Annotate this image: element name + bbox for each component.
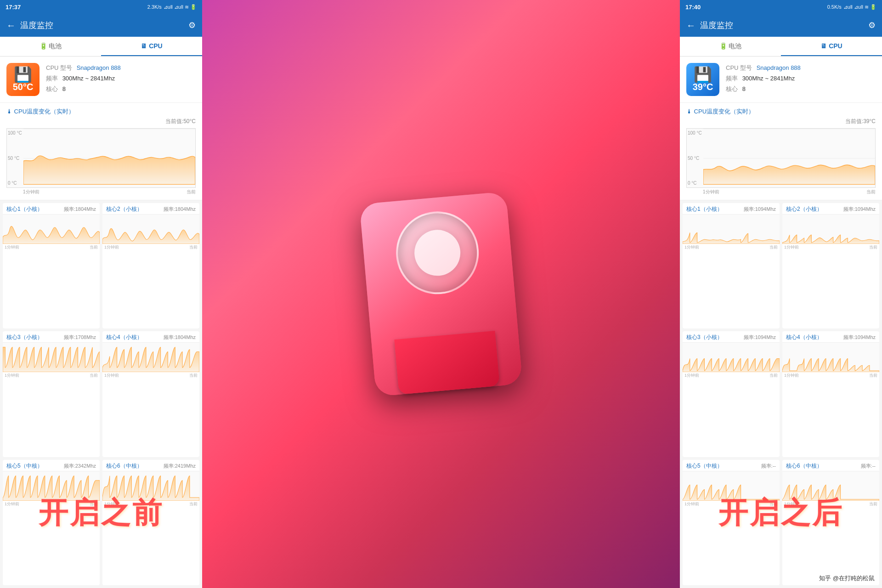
right-core-4-chart <box>782 342 879 372</box>
left-tab-cpu[interactable]: 🖥 CPU <box>101 37 202 56</box>
right-core-5-chart <box>683 471 780 501</box>
left-core-2-chart <box>102 214 199 244</box>
left-chart-section: 🌡 CPU温度变化（实时） 当前值:50°C 100 °C 50 °C 0 °C <box>0 103 202 200</box>
left-core-6-chart <box>102 471 199 501</box>
left-app-title: 温度监控 <box>20 20 53 31</box>
right-time: 17:40 <box>685 4 701 11</box>
center-photo <box>202 0 680 588</box>
left-header-title-group: ← 温度监控 <box>6 20 53 31</box>
left-cpu-cores-value: 8 <box>62 85 66 92</box>
left-cpu-model-value: Snapdragon 888 <box>77 64 121 71</box>
right-chart-svg <box>703 129 875 185</box>
right-cpu-model-label: CPU 型号 <box>726 64 752 71</box>
left-time: 17:37 <box>6 4 21 11</box>
left-tab-bar: 🔋 电池 🖥 CPU <box>0 37 202 57</box>
left-chart-svg <box>23 129 195 185</box>
left-core-1-header: 核心1（小核） 频率:1804Mhz <box>3 203 100 214</box>
right-core-2-chart <box>782 214 879 244</box>
left-core-1-chart <box>3 214 100 244</box>
right-cpu-icon: 💾 39°C <box>686 63 719 96</box>
left-core-2-header: 核心2（小核） 频率:1804Mhz <box>102 203 199 214</box>
left-core-5: 核心5（中核） 频率:2342Mhz 1分钟前 当前 <box>3 460 100 585</box>
right-cpu-freq-value: 300Mhz ~ 2841Mhz <box>742 75 795 82</box>
left-phone-panel: 17:37 2.3K/s ⊿ull ⊿ull ≋ 🔋 ← 温度监控 ⚙ 🔋 电池… <box>0 0 202 588</box>
left-cpu-info: 💾 50°C CPU 型号 Snapdragon 888 频率 300Mhz ~… <box>0 57 202 103</box>
left-core-6-header: 核心6（中核） 频率:2419Mhz <box>102 460 199 471</box>
right-cpu-freq-label: 频率 <box>726 75 738 82</box>
left-core-5-header: 核心5（中核） 频率:2342Mhz <box>3 460 100 471</box>
left-core-4-header: 核心4（小核） 频率:1804Mhz <box>102 331 199 342</box>
left-back-button[interactable]: ← <box>6 20 16 31</box>
right-back-button[interactable]: ← <box>686 20 695 31</box>
left-cpu-freq-row: 频率 300Mhz ~ 2841Mhz <box>46 74 196 83</box>
right-core-2: 核心2（小核） 频率:1094Mhz 1分钟前 当前 <box>782 203 879 328</box>
right-tab-battery[interactable]: 🔋 电池 <box>680 37 781 56</box>
left-core-4: 核心4（小核） 频率:1804Mhz 1分钟前 当前 <box>102 331 199 457</box>
right-app-title: 温度监控 <box>700 20 733 31</box>
right-app-header: ← 温度监控 ⚙ <box>680 14 882 37</box>
right-core-3: 核心3（小核） 频率:1094Mhz 1分钟前 当前 <box>683 331 780 457</box>
left-cpu-model-row: CPU 型号 Snapdragon 888 <box>46 64 196 72</box>
right-cpu-info: 💾 39°C CPU 型号 Snapdragon 888 频率 300Mhz ~… <box>680 57 882 103</box>
right-chart-current: 当前值:39°C <box>686 118 876 125</box>
right-chart-area: 100 °C 50 °C 0 °C <box>686 128 876 188</box>
right-chart-time-labels: 1分钟前 当前 <box>686 189 876 195</box>
left-core-3-chart <box>3 342 100 372</box>
left-core-5-chart <box>3 471 100 501</box>
right-status-icons: 0.5K/s ⊿ull ⊿ull ≋ 🔋 <box>827 4 876 10</box>
left-chart-title: 🌡 CPU温度变化（实时） <box>6 107 196 116</box>
left-gear-button[interactable]: ⚙ <box>188 20 196 30</box>
left-chart-time-labels: 1分钟前 当前 <box>6 189 196 195</box>
right-core-6: 核心6（中核） 频率:-- 1分钟前 当前 <box>782 460 879 585</box>
right-gear-button[interactable]: ⚙ <box>868 20 876 30</box>
left-status-icons: 2.3K/s ⊿ull ⊿ull ≋ 🔋 <box>147 4 197 10</box>
right-phone-panel: 17:40 0.5K/s ⊿ull ⊿ull ≋ 🔋 ← 温度监控 ⚙ 🔋 电池… <box>680 0 882 588</box>
right-core-1-chart <box>683 214 780 244</box>
right-cpu-cores-value: 8 <box>742 85 746 92</box>
right-cpu-details: CPU 型号 Snapdragon 888 频率 300Mhz ~ 2841Mh… <box>726 64 876 96</box>
right-cpu-cores-row: 核心 8 <box>726 85 876 93</box>
left-core-2: 核心2（小核） 频率:1804Mhz 1分钟前 当前 <box>102 203 199 328</box>
left-core-1: 核心1（小核） 频率:1804Mhz 1分钟前 当前 <box>3 203 100 328</box>
right-header-title-group: ← 温度监控 <box>686 20 733 31</box>
left-cores-grid: 核心1（小核） 频率:1804Mhz 1分钟前 当前 核心2（小核） 频率:18… <box>0 200 202 588</box>
left-core-3: 核心3（小核） 频率:1708Mhz 1分钟前 当前 <box>3 331 100 457</box>
left-cpu-details: CPU 型号 Snapdragon 888 频率 300Mhz ~ 2841Mh… <box>46 64 196 96</box>
left-chart-area: 100 °C 50 °C 0 °C <box>6 128 196 188</box>
right-chart-title: 🌡 CPU温度变化（实时） <box>686 107 876 116</box>
left-status-bar: 17:37 2.3K/s ⊿ull ⊿ull ≋ 🔋 <box>0 0 202 14</box>
left-cpu-cores-row: 核心 8 <box>46 85 196 93</box>
left-speed: 2.3K/s <box>147 4 162 10</box>
right-chart-section: 🌡 CPU温度变化（实时） 当前值:39°C 100 °C 50 °C 0 °C <box>680 103 882 200</box>
right-cpu-freq-row: 频率 300Mhz ~ 2841Mhz <box>726 74 876 83</box>
right-cpu-model-row: CPU 型号 Snapdragon 888 <box>726 64 876 72</box>
left-cpu-freq-label: 频率 <box>46 75 58 82</box>
watermark: 知乎 @在打盹的松鼠 <box>816 573 877 583</box>
right-chart-y-labels: 100 °C 50 °C 0 °C <box>687 129 703 187</box>
left-cpu-icon: 💾 50°C <box>6 63 40 96</box>
left-cpu-model-label: CPU 型号 <box>46 64 72 71</box>
right-speed: 0.5K/s <box>827 4 842 10</box>
right-core-5: 核心5（中核） 频率:-- 1分钟前 当前 <box>683 460 780 585</box>
left-core-3-header: 核心3（小核） 频率:1708Mhz <box>3 331 100 342</box>
left-core-6: 核心6（中核） 频率:2419Mhz 1分钟前 当前 <box>102 460 199 585</box>
right-core-6-chart <box>782 471 879 501</box>
left-chart-current: 当前值:50°C <box>6 118 196 125</box>
right-core-3-chart <box>683 342 780 372</box>
right-core-4: 核心4（小核） 频率:1094Mhz 1分钟前 当前 <box>782 331 879 457</box>
right-cpu-cores-label: 核心 <box>726 85 738 92</box>
left-cpu-temp: 50°C <box>13 82 34 92</box>
left-cpu-cores-label: 核心 <box>46 85 58 92</box>
left-chart-y-labels: 100 °C 50 °C 0 °C <box>7 129 23 187</box>
right-tab-bar: 🔋 电池 🖥 CPU <box>680 37 882 57</box>
right-cpu-model-value: Snapdragon 888 <box>757 64 801 71</box>
right-core-1: 核心1（小核） 频率:1094Mhz 1分钟前 当前 <box>683 203 780 328</box>
right-status-bar: 17:40 0.5K/s ⊿ull ⊿ull ≋ 🔋 <box>680 0 882 14</box>
left-core-4-chart <box>102 342 199 372</box>
right-tab-cpu[interactable]: 🖥 CPU <box>781 37 882 56</box>
left-cpu-freq-value: 300Mhz ~ 2841Mhz <box>62 75 115 82</box>
right-cores-grid: 核心1（小核） 频率:1094Mhz 1分钟前 当前 核心2（小核） 频率:10… <box>680 200 882 588</box>
left-tab-battery[interactable]: 🔋 电池 <box>0 37 101 56</box>
right-cpu-temp: 39°C <box>693 82 713 92</box>
left-app-header: ← 温度监控 ⚙ <box>0 14 202 37</box>
